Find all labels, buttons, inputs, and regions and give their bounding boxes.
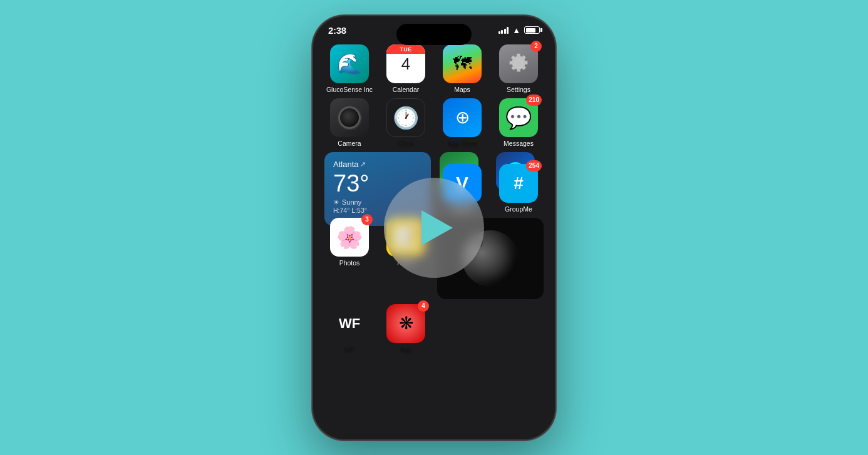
- clock-icon: 🕐: [386, 98, 425, 137]
- app-item-photos[interactable]: 3 🌸 Photos: [328, 218, 371, 299]
- battery-fill: [526, 28, 535, 33]
- signal-icon: [499, 26, 509, 34]
- play-triangle-icon: [421, 210, 453, 245]
- app-item-clock[interactable]: 🕐 Clock: [384, 98, 428, 147]
- settings-icon: 2: [499, 44, 538, 83]
- app-item-red[interactable]: 4 ❋ App: [384, 304, 428, 353]
- photos-symbol: 🌸: [336, 225, 363, 250]
- calendar-icon: TUE 4: [386, 44, 425, 83]
- app-row-1: 🌊 GlucoSense Inc TUE 4 Calendar 🗺 Maps: [324, 44, 544, 93]
- messages-label: Messages: [504, 140, 534, 147]
- maps-label: Maps: [454, 86, 470, 93]
- maps-icon: 🗺: [443, 44, 482, 83]
- photos-label: Photos: [339, 259, 360, 267]
- glucosense-icon: 🌊: [330, 44, 369, 83]
- appstore-symbol: ⊕: [455, 107, 470, 128]
- settings-badge: 2: [530, 41, 542, 52]
- messages-symbol: 💬: [505, 105, 532, 130]
- calendar-label: Calendar: [393, 86, 420, 93]
- red-app-icon: 4 ❋: [386, 304, 425, 343]
- clock-label: Clock: [398, 140, 414, 147]
- glucosense-label: GlucoSense Inc: [326, 86, 373, 93]
- wf-symbol: WF: [339, 315, 360, 332]
- appstore-label: App Store: [448, 140, 477, 147]
- groupme-icon: 254 #: [499, 164, 538, 203]
- phone-screen: 2:38 ▲ 🌊: [313, 16, 555, 439]
- status-icons: ▲: [499, 26, 540, 35]
- app-item-wf[interactable]: WF WF: [328, 304, 371, 353]
- dynamic-island: [396, 24, 472, 45]
- wf-label: WF: [344, 345, 354, 353]
- wf-icon: WF: [330, 304, 369, 343]
- red-app-symbol: ❋: [399, 313, 413, 334]
- gear-svg: [507, 53, 530, 75]
- calendar-day-number: 4: [401, 55, 410, 73]
- glucosense-symbol: 🌊: [337, 52, 362, 76]
- app-row-2: Camera 🕐 Clock ⊕ App Store 210: [324, 98, 544, 147]
- battery-icon: [524, 26, 540, 34]
- app-item-appstore[interactable]: ⊕ App Store: [440, 98, 484, 147]
- app-row-6: WF WF 4 ❋ App: [324, 304, 544, 353]
- app-item-groupme[interactable]: 254 # GroupMe: [497, 164, 540, 213]
- red-app-label: App: [400, 345, 412, 353]
- settings-label: Settings: [507, 86, 530, 93]
- camera-icon: [330, 98, 369, 137]
- play-button[interactable]: [384, 178, 484, 278]
- groupme-label: GroupMe: [505, 205, 532, 213]
- app-item-calendar[interactable]: TUE 4 Calendar: [384, 44, 428, 93]
- camera-label: Camera: [338, 140, 361, 147]
- groupme-symbol: #: [514, 173, 524, 193]
- phone-frame: 2:38 ▲ 🌊: [312, 15, 556, 441]
- clock-symbol: 🕐: [393, 105, 419, 130]
- photos-icon: 3 🌸: [330, 218, 369, 257]
- camera-lens: [338, 106, 361, 129]
- groupme-badge: 254: [526, 160, 542, 171]
- app-item-messages[interactable]: 210 💬 Messages: [497, 98, 540, 147]
- app-item-camera[interactable]: Camera: [328, 98, 371, 147]
- maps-symbol: 🗺: [453, 53, 472, 74]
- app-item-glucosense[interactable]: 🌊 GlucoSense Inc: [328, 44, 371, 93]
- appstore-icon: ⊕: [443, 98, 482, 137]
- status-time: 2:38: [328, 25, 346, 36]
- wifi-icon: ▲: [512, 26, 520, 35]
- messages-icon: 210 💬: [499, 98, 538, 137]
- app-item-maps[interactable]: 🗺 Maps: [440, 44, 484, 93]
- calendar-day-name: TUE: [386, 44, 425, 54]
- red-app-badge: 4: [418, 300, 429, 312]
- app-item-settings[interactable]: 2 Settings: [497, 44, 540, 93]
- messages-badge: 210: [526, 95, 542, 106]
- photos-badge: 3: [361, 214, 373, 225]
